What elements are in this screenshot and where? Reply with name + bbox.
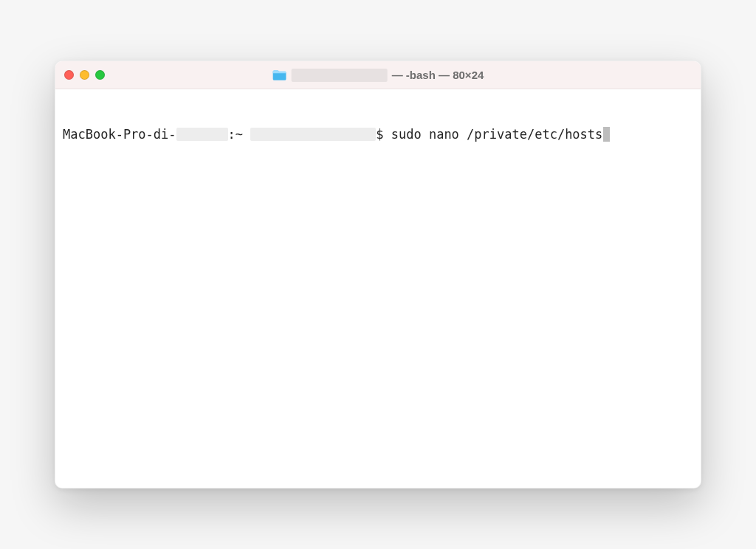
prompt-end: $ <box>376 126 391 142</box>
zoom-button[interactable] <box>95 70 105 80</box>
prompt-host-redacted <box>176 128 228 141</box>
prompt-host-prefix: MacBook-Pro-di- <box>63 126 176 142</box>
terminal-body[interactable]: MacBook-Pro-di- :~ $ sudo nano /private/… <box>55 89 701 488</box>
folder-icon <box>272 69 287 81</box>
cursor <box>603 127 610 142</box>
window-title: — -bash — 80×24 <box>272 69 484 82</box>
traffic-lights <box>64 70 105 80</box>
title-text: — -bash — 80×24 <box>392 69 484 81</box>
titlebar[interactable]: — -bash — 80×24 <box>55 61 701 89</box>
close-button[interactable] <box>64 70 74 80</box>
minimize-button[interactable] <box>80 70 89 80</box>
prompt-sep: :~ <box>228 126 251 142</box>
terminal-window: — -bash — 80×24 MacBook-Pro-di- :~ $ sud… <box>55 61 701 488</box>
title-redacted <box>292 69 388 82</box>
terminal-line: MacBook-Pro-di- :~ $ sudo nano /private/… <box>63 126 693 142</box>
prompt-user-redacted <box>250 128 376 141</box>
command-text: sudo nano /private/etc/hosts <box>391 126 603 142</box>
